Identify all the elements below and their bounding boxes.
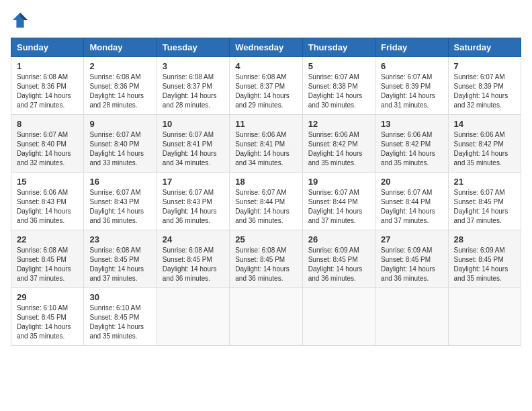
calendar-cell: 9 Sunrise: 6:07 AM Sunset: 8:40 PM Dayli… bbox=[84, 115, 157, 173]
daylight-label: Daylight: 14 hours and 36 minutes. bbox=[308, 265, 363, 282]
day-info: Sunrise: 6:06 AM Sunset: 8:43 PM Dayligh… bbox=[17, 188, 78, 226]
sunset-label: Sunset: 8:39 PM bbox=[381, 83, 431, 90]
calendar-cell: 10 Sunrise: 6:07 AM Sunset: 8:41 PM Dayl… bbox=[157, 115, 229, 173]
sunset-label: Sunset: 8:45 PM bbox=[17, 256, 66, 263]
calendar-cell: 26 Sunrise: 6:09 AM Sunset: 8:45 PM Dayl… bbox=[302, 230, 375, 288]
calendar-cell: 25 Sunrise: 6:08 AM Sunset: 8:45 PM Dayl… bbox=[230, 230, 302, 288]
day-number: 12 bbox=[308, 119, 369, 129]
daylight-label: Daylight: 14 hours and 34 minutes. bbox=[163, 150, 217, 167]
day-info: Sunrise: 6:07 AM Sunset: 8:45 PM Dayligh… bbox=[454, 188, 515, 226]
day-info: Sunrise: 6:06 AM Sunset: 8:42 PM Dayligh… bbox=[454, 130, 515, 168]
day-number: 24 bbox=[163, 234, 224, 244]
sunrise-label: Sunrise: 6:06 AM bbox=[381, 131, 432, 138]
daylight-label: Daylight: 14 hours and 34 minutes. bbox=[235, 150, 290, 167]
sunset-label: Sunset: 8:45 PM bbox=[308, 256, 358, 263]
daylight-label: Daylight: 14 hours and 32 minutes. bbox=[454, 92, 508, 109]
day-info: Sunrise: 6:08 AM Sunset: 8:45 PM Dayligh… bbox=[235, 246, 296, 283]
header-wednesday: Wednesday bbox=[230, 38, 302, 57]
sunrise-label: Sunrise: 6:07 AM bbox=[17, 131, 68, 138]
day-number: 10 bbox=[163, 119, 224, 129]
sunrise-label: Sunrise: 6:09 AM bbox=[454, 246, 505, 254]
day-number: 1 bbox=[17, 61, 78, 71]
sunrise-label: Sunrise: 6:08 AM bbox=[17, 73, 68, 81]
day-number: 30 bbox=[89, 292, 150, 302]
sunrise-label: Sunrise: 6:08 AM bbox=[163, 73, 214, 81]
sunset-label: Sunset: 8:45 PM bbox=[381, 256, 431, 263]
sunset-label: Sunset: 8:36 PM bbox=[17, 83, 66, 90]
day-number: 19 bbox=[308, 177, 369, 187]
daylight-label: Daylight: 14 hours and 37 minutes. bbox=[308, 208, 363, 224]
logo-icon bbox=[11, 11, 30, 30]
calendar-cell: 13 Sunrise: 6:06 AM Sunset: 8:42 PM Dayl… bbox=[375, 115, 448, 173]
day-info: Sunrise: 6:08 AM Sunset: 8:37 PM Dayligh… bbox=[163, 73, 224, 110]
sunset-label: Sunset: 8:37 PM bbox=[163, 83, 212, 90]
daylight-label: Daylight: 14 hours and 28 minutes. bbox=[163, 92, 217, 109]
page-header bbox=[11, 11, 521, 30]
day-info: Sunrise: 6:08 AM Sunset: 8:45 PM Dayligh… bbox=[163, 246, 224, 283]
sunset-label: Sunset: 8:44 PM bbox=[381, 198, 431, 205]
calendar-cell: 17 Sunrise: 6:07 AM Sunset: 8:43 PM Dayl… bbox=[157, 173, 229, 230]
day-number: 21 bbox=[454, 177, 515, 187]
calendar-cell: 28 Sunrise: 6:09 AM Sunset: 8:45 PM Dayl… bbox=[448, 230, 521, 288]
daylight-label: Daylight: 14 hours and 36 minutes. bbox=[17, 208, 71, 224]
daylight-label: Daylight: 14 hours and 35 minutes. bbox=[308, 150, 363, 167]
day-number: 26 bbox=[308, 234, 369, 244]
day-info: Sunrise: 6:07 AM Sunset: 8:41 PM Dayligh… bbox=[163, 130, 224, 168]
daylight-label: Daylight: 14 hours and 37 minutes. bbox=[17, 265, 71, 282]
sunset-label: Sunset: 8:40 PM bbox=[89, 140, 139, 148]
sunset-label: Sunset: 8:45 PM bbox=[163, 256, 212, 263]
day-number: 20 bbox=[381, 177, 442, 187]
calendar-cell: 30 Sunrise: 6:10 AM Sunset: 8:45 PM Dayl… bbox=[84, 288, 157, 346]
sunset-label: Sunset: 8:45 PM bbox=[454, 256, 504, 263]
daylight-label: Daylight: 14 hours and 37 minutes. bbox=[89, 265, 144, 282]
sunrise-label: Sunrise: 6:07 AM bbox=[163, 131, 214, 138]
calendar-cell bbox=[302, 288, 375, 346]
calendar-cell: 24 Sunrise: 6:08 AM Sunset: 8:45 PM Dayl… bbox=[157, 230, 229, 288]
calendar-cell: 16 Sunrise: 6:07 AM Sunset: 8:43 PM Dayl… bbox=[84, 173, 157, 230]
day-info: Sunrise: 6:06 AM Sunset: 8:42 PM Dayligh… bbox=[381, 130, 442, 168]
calendar-cell: 29 Sunrise: 6:10 AM Sunset: 8:45 PM Dayl… bbox=[11, 288, 84, 346]
sunrise-label: Sunrise: 6:07 AM bbox=[89, 131, 140, 138]
daylight-label: Daylight: 14 hours and 37 minutes. bbox=[381, 208, 435, 224]
sunrise-label: Sunrise: 6:08 AM bbox=[17, 246, 68, 254]
sunrise-label: Sunrise: 6:10 AM bbox=[89, 304, 140, 312]
calendar-week-row: 1 Sunrise: 6:08 AM Sunset: 8:36 PM Dayli… bbox=[11, 57, 521, 115]
sunrise-label: Sunrise: 6:07 AM bbox=[381, 73, 432, 81]
day-number: 17 bbox=[163, 177, 224, 187]
daylight-label: Daylight: 14 hours and 30 minutes. bbox=[308, 92, 363, 109]
sunset-label: Sunset: 8:44 PM bbox=[308, 198, 358, 205]
logo bbox=[11, 11, 32, 30]
sunset-label: Sunset: 8:45 PM bbox=[454, 198, 504, 205]
sunrise-label: Sunrise: 6:10 AM bbox=[17, 304, 68, 312]
sunrise-label: Sunrise: 6:07 AM bbox=[308, 189, 359, 196]
day-number: 2 bbox=[89, 61, 150, 71]
day-number: 6 bbox=[381, 61, 442, 71]
calendar-cell: 11 Sunrise: 6:06 AM Sunset: 8:41 PM Dayl… bbox=[230, 115, 302, 173]
calendar-cell: 20 Sunrise: 6:07 AM Sunset: 8:44 PM Dayl… bbox=[375, 173, 448, 230]
day-info: Sunrise: 6:08 AM Sunset: 8:45 PM Dayligh… bbox=[17, 246, 78, 283]
calendar-cell: 4 Sunrise: 6:08 AM Sunset: 8:37 PM Dayli… bbox=[230, 57, 302, 115]
sunset-label: Sunset: 8:42 PM bbox=[308, 140, 358, 148]
day-info: Sunrise: 6:07 AM Sunset: 8:43 PM Dayligh… bbox=[163, 188, 224, 226]
sunset-label: Sunset: 8:36 PM bbox=[89, 83, 139, 90]
day-number: 3 bbox=[163, 61, 224, 71]
header-saturday: Saturday bbox=[448, 38, 521, 57]
sunrise-label: Sunrise: 6:06 AM bbox=[454, 131, 505, 138]
daylight-label: Daylight: 14 hours and 29 minutes. bbox=[235, 92, 290, 109]
sunrise-label: Sunrise: 6:06 AM bbox=[17, 189, 68, 196]
sunrise-label: Sunrise: 6:07 AM bbox=[381, 189, 432, 196]
header-monday: Monday bbox=[84, 38, 157, 57]
sunset-label: Sunset: 8:45 PM bbox=[89, 256, 139, 263]
calendar-cell: 23 Sunrise: 6:08 AM Sunset: 8:45 PM Dayl… bbox=[84, 230, 157, 288]
day-info: Sunrise: 6:07 AM Sunset: 8:40 PM Dayligh… bbox=[89, 130, 150, 168]
day-info: Sunrise: 6:09 AM Sunset: 8:45 PM Dayligh… bbox=[381, 246, 442, 283]
day-number: 29 bbox=[17, 292, 78, 302]
daylight-label: Daylight: 14 hours and 36 minutes. bbox=[163, 265, 217, 282]
calendar-week-row: 29 Sunrise: 6:10 AM Sunset: 8:45 PM Dayl… bbox=[11, 288, 521, 346]
day-number: 11 bbox=[235, 119, 296, 129]
day-number: 8 bbox=[17, 119, 78, 129]
calendar-cell bbox=[375, 288, 448, 346]
day-number: 7 bbox=[454, 61, 515, 71]
calendar-header-row: SundayMondayTuesdayWednesdayThursdayFrid… bbox=[11, 38, 521, 57]
header-friday: Friday bbox=[375, 38, 448, 57]
